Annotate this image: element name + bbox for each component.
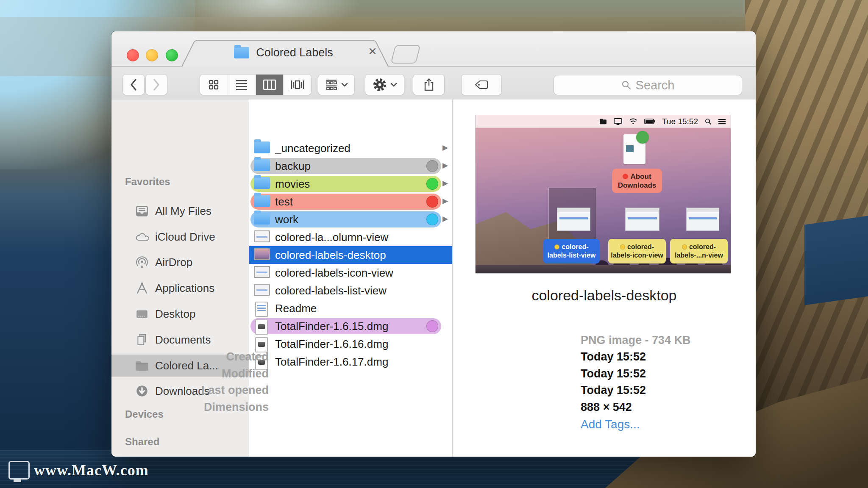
file-row[interactable]: movies ▶ [249,175,452,193]
file-list-column: _uncategorized ▶ backup ▶ movies ▶ [249,100,453,457]
back-button[interactable] [123,75,144,95]
tab-content[interactable]: Colored Labels [195,43,373,62]
folder-icon [254,177,270,189]
file-row[interactable]: TotalFinder-1.6.15.dmg [249,317,452,335]
window-chrome: Colored Labels × [111,31,756,100]
folder-icon [135,358,149,373]
label-dot-purple [426,320,438,332]
coverflow-view-button[interactable] [284,75,311,95]
image-file-icon [254,248,270,260]
sidebar-item-applications[interactable]: Applications [111,277,249,299]
disclosure-arrow-icon: ▶ [442,143,448,152]
search-input[interactable]: Search [554,75,742,95]
file-row[interactable]: _uncategorized ▶ [249,139,452,157]
folder-icon [599,118,607,125]
chevron-down-icon [341,83,348,87]
file-row[interactable]: backup ▶ [249,157,452,175]
file-row[interactable]: TotalFinder-1.6.16.dmg [249,335,452,353]
watermark: www.MacW.com [8,461,149,480]
preview-thumbnail[interactable]: About Downloads colored- labels-list-vie… [476,115,731,273]
file-row[interactable]: Readme [249,299,452,317]
zoom-window-button[interactable] [166,49,178,61]
file-row-selected[interactable]: colored-labels-desktop [249,246,452,264]
icon-view-button[interactable] [200,75,228,95]
thumbnail-file-label: colored- labels-...n-view [670,239,728,263]
list-view-button[interactable] [228,75,256,95]
minimize-window-button[interactable] [146,49,158,61]
disclosure-arrow-icon: ▶ [442,197,448,205]
wallpaper-sea [804,216,868,305]
watermark-text: www.MacW.com [34,461,149,479]
yellow-label-dot [554,244,559,250]
back-chevron-icon [130,78,137,91]
file-row[interactable]: test ▶ [249,193,452,211]
sidebar-item-label: AirDrop [155,256,192,269]
forward-chevron-icon [153,78,160,91]
list-menu-icon [718,119,726,125]
image-file-icon [254,266,270,278]
yellow-label-dot [620,244,625,250]
share-icon [423,78,435,92]
arrange-icon [325,79,338,91]
add-tags-link[interactable]: Add Tags... [581,418,640,431]
meta-label: Modified [222,367,269,380]
folder-icon [254,195,270,207]
sidebar-item-documents[interactable]: Documents [111,329,249,351]
chevron-down-icon [390,83,397,87]
file-row[interactable]: colored-labels-icon-view [249,264,452,282]
file-row[interactable]: colored-labels-list-view [249,282,452,299]
view-switcher [200,75,311,95]
tags-button[interactable] [462,75,501,95]
preview-kind-size: PNG image - 734 KB [581,334,691,347]
sidebar-item-all-my-files[interactable]: All My Files [111,200,249,222]
thumbnail-document-icon [623,134,645,164]
sidebar-item-airdrop[interactable]: AirDrop [111,251,249,273]
window-content: Favorites All My Files iCloud Drive AirD… [111,100,756,457]
arrange-button[interactable] [318,75,354,95]
thumbnail-file-label-selected: colored- labels-list-view [543,239,600,263]
action-button[interactable] [365,75,404,95]
tab-folder-icon [234,47,249,58]
preview-pane: About Downloads colored- labels-list-vie… [453,100,756,457]
wifi-icon [629,118,637,125]
forward-button[interactable] [146,75,167,95]
applications-icon [135,281,149,295]
desktop-icon [135,307,149,321]
sidebar-header-favorites: Favorites [125,176,170,188]
sidebar-item-desktop[interactable]: Desktop [111,303,249,325]
coverflow-view-icon [290,79,305,90]
file-row[interactable]: colored-la...olumn-view [249,228,452,246]
list-view-icon [235,79,248,90]
sidebar-item-icloud-drive[interactable]: iCloud Drive [111,226,249,248]
thumbnail-about-label: About Downloads [612,169,662,193]
meta-value: Today 15:52 [581,384,646,397]
folder-icon [254,159,270,171]
wallpaper-cliff [745,0,868,488]
tag-icon [474,80,489,90]
new-tab-stub[interactable] [391,45,421,64]
sidebar-header-devices: Devices [125,408,164,420]
thumbnail-menubar: Tue 15:52 [476,115,731,128]
tab-close-button[interactable]: × [365,42,380,59]
image-file-icon [254,230,270,242]
close-window-button[interactable] [127,49,139,61]
dmg-file-icon [255,319,268,335]
all-my-files-icon [135,204,149,218]
document-file-icon [255,302,268,317]
thumbnail-file-label: colored- labels-icon-view [608,239,666,263]
search-placeholder: Search [636,78,675,92]
documents-icon [135,333,149,347]
preview-file-title: colored-labels-desktop [453,287,756,304]
meta-label: Created [226,350,269,363]
column-view-button[interactable] [256,75,284,95]
thumbnail-clock: Tue 15:52 [662,117,698,126]
finder-window: Colored Labels × [111,31,756,457]
share-button[interactable] [413,75,444,95]
gear-icon [373,78,387,92]
sidebar-header-shared: Shared [125,436,159,448]
file-row[interactable]: TotalFinder-1.6.17.dmg [249,353,452,371]
file-row[interactable]: work ▶ [249,211,452,228]
thumbnail-window [686,208,719,231]
disclosure-arrow-icon: ▶ [442,179,448,188]
icon-view-icon [208,79,220,91]
